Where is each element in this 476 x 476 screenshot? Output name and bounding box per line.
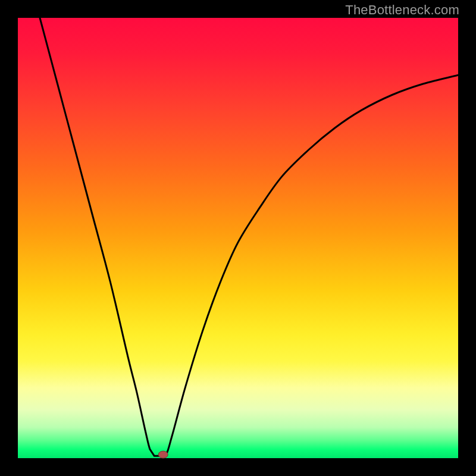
watermark-text: TheBottleneck.com [345,2,459,18]
min-marker [158,451,168,458]
chart-frame: TheBottleneck.com [0,0,476,476]
bottleneck-curve [40,18,458,456]
plot-area [18,18,458,458]
chart-svg [18,18,458,458]
